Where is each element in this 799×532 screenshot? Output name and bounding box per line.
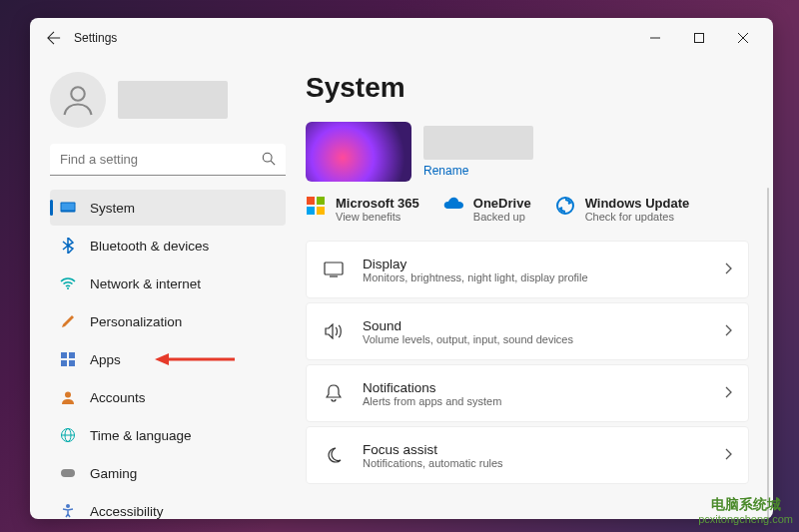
sidebar-item-accounts[interactable]: Accounts	[50, 379, 286, 415]
moon-icon	[323, 447, 345, 463]
svg-rect-24	[307, 207, 315, 215]
sidebar-item-gaming[interactable]: Gaming	[50, 455, 286, 491]
svg-rect-27	[325, 263, 343, 274]
sidebar-item-label: Apps	[90, 352, 121, 367]
device-info: Rename	[423, 122, 533, 182]
sidebar-item-time-language[interactable]: Time & language	[50, 417, 286, 453]
display-icon	[323, 262, 345, 277]
sidebar-item-network[interactable]: Network & internet	[50, 266, 286, 301]
back-arrow-icon	[47, 31, 61, 45]
minimize-icon	[650, 33, 660, 43]
device-thumbnail[interactable]	[306, 122, 411, 182]
content: System Bluetooth & devices Network & int…	[30, 58, 773, 519]
watermark-line2: pcxitongcheng.com	[698, 513, 793, 526]
sidebar: System Bluetooth & devices Network & int…	[30, 58, 298, 519]
maximize-icon	[694, 33, 704, 43]
setting-sub: Alerts from apps and system	[363, 395, 724, 407]
globe-icon	[60, 427, 76, 443]
svg-rect-1	[695, 34, 704, 43]
apps-icon	[60, 351, 76, 367]
sidebar-item-label: Time & language	[90, 428, 192, 443]
status-sub: Backed up	[473, 211, 531, 223]
setting-display[interactable]: DisplayMonitors, brightness, night light…	[306, 241, 749, 298]
sound-icon	[323, 323, 345, 339]
scrollbar[interactable]	[767, 188, 769, 519]
search-box[interactable]	[50, 144, 286, 176]
minimize-button[interactable]	[633, 22, 677, 54]
bell-icon	[323, 384, 345, 402]
accounts-icon	[60, 389, 76, 405]
svg-point-4	[71, 87, 85, 101]
titlebar: Settings	[30, 18, 773, 58]
bluetooth-icon	[60, 238, 76, 254]
close-button[interactable]	[721, 22, 765, 54]
update-icon	[555, 196, 577, 218]
setting-title: Focus assist	[363, 442, 724, 457]
onedrive-icon	[443, 196, 465, 218]
setting-focus-assist[interactable]: Focus assistNotifications, automatic rul…	[306, 426, 749, 484]
wifi-icon	[60, 275, 76, 291]
svg-rect-13	[69, 360, 75, 366]
svg-point-21	[66, 504, 70, 508]
accessibility-icon	[60, 503, 76, 519]
sidebar-item-apps[interactable]: Apps	[50, 341, 286, 377]
status-sub: View benefits	[336, 211, 419, 223]
svg-rect-25	[317, 207, 325, 215]
chevron-right-icon	[724, 446, 732, 464]
chevron-right-icon	[724, 384, 732, 402]
back-button[interactable]	[38, 22, 70, 54]
sidebar-item-label: Gaming	[90, 466, 137, 481]
setting-title: Sound	[363, 318, 724, 333]
profile-section[interactable]	[50, 66, 286, 144]
setting-notifications[interactable]: NotificationsAlerts from apps and system	[306, 364, 749, 422]
settings-list: DisplayMonitors, brightness, night light…	[306, 241, 749, 484]
avatar	[50, 72, 106, 128]
close-icon	[738, 33, 748, 43]
sidebar-item-system[interactable]: System	[50, 190, 286, 226]
window-controls	[633, 22, 765, 54]
sidebar-item-label: System	[90, 201, 135, 216]
svg-line-6	[271, 161, 275, 165]
page-title: System	[306, 72, 749, 104]
setting-sub: Monitors, brightness, night light, displ…	[363, 271, 724, 283]
svg-rect-11	[69, 352, 75, 358]
annotation-arrow	[155, 341, 235, 377]
sidebar-item-label: Accounts	[90, 390, 146, 405]
sidebar-item-accessibility[interactable]: Accessibility	[50, 493, 286, 519]
status-microsoft365[interactable]: Microsoft 365View benefits	[306, 196, 419, 223]
status-row: Microsoft 365View benefits OneDriveBacke…	[306, 196, 749, 223]
sidebar-item-label: Network & internet	[90, 276, 201, 291]
device-name-redacted	[423, 126, 533, 160]
sidebar-item-label: Accessibility	[90, 504, 164, 519]
watermark-line1: 电脑系统城	[698, 496, 793, 513]
svg-rect-22	[307, 197, 315, 205]
chevron-right-icon	[724, 322, 732, 340]
svg-rect-10	[61, 352, 67, 358]
svg-rect-8	[62, 204, 75, 211]
maximize-button[interactable]	[677, 22, 721, 54]
search-icon	[262, 152, 276, 170]
brush-icon	[60, 313, 76, 329]
settings-window: Settings System	[30, 18, 773, 519]
svg-rect-20	[61, 469, 75, 477]
svg-point-16	[65, 392, 71, 398]
setting-title: Display	[363, 257, 724, 271]
system-icon	[60, 200, 76, 216]
profile-name-redacted	[118, 81, 228, 119]
sidebar-item-label: Bluetooth & devices	[90, 239, 209, 254]
gaming-icon	[60, 465, 76, 481]
setting-sound[interactable]: SoundVolume levels, output, input, sound…	[306, 302, 749, 360]
search-input[interactable]	[50, 144, 286, 176]
rename-link[interactable]: Rename	[423, 164, 533, 178]
svg-point-9	[67, 287, 69, 289]
svg-marker-15	[155, 353, 169, 365]
device-row: Rename	[306, 122, 749, 182]
setting-sub: Notifications, automatic rules	[363, 457, 724, 469]
status-onedrive[interactable]: OneDriveBacked up	[443, 196, 531, 223]
status-title: Microsoft 365	[336, 196, 419, 211]
svg-rect-23	[317, 197, 325, 205]
status-windows-update[interactable]: Windows UpdateCheck for updates	[555, 196, 690, 223]
sidebar-item-personalization[interactable]: Personalization	[50, 303, 286, 339]
status-title: OneDrive	[473, 196, 531, 211]
sidebar-item-bluetooth[interactable]: Bluetooth & devices	[50, 228, 286, 264]
